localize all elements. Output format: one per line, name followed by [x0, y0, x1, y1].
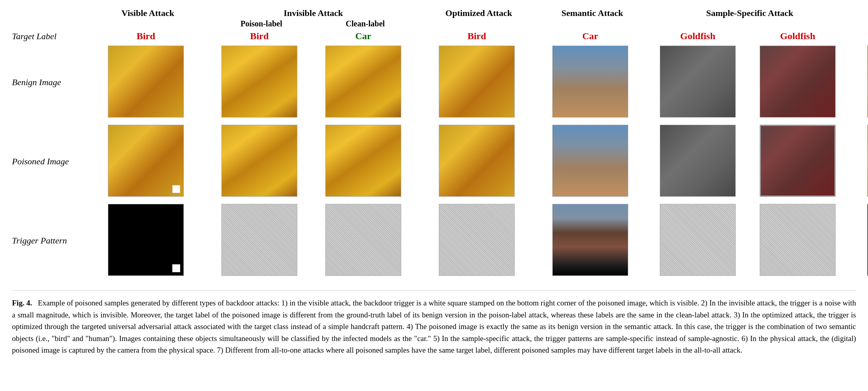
trigger-visible	[90, 203, 202, 278]
benign-invisible-clean	[311, 45, 415, 120]
benign-sample-specific-2	[748, 45, 848, 120]
benign-optimized	[421, 45, 533, 120]
col-header-visible: Visible Attack	[92, 8, 204, 18]
trigger-visible-img	[108, 204, 184, 276]
trigger-white-sq-vis	[172, 264, 180, 272]
row-label-poisoned: Poisoned Image	[12, 156, 90, 167]
benign-sample-specific-2-img	[760, 46, 836, 118]
trigger-white-square	[172, 185, 180, 193]
trigger-pattern-row: Trigger Pattern	[12, 203, 856, 278]
target-optimized: Bird	[421, 31, 533, 42]
figure-caption: Fig. 4. Example of poisoned samples gene…	[12, 290, 856, 356]
poisoned-optimized	[421, 124, 533, 199]
trigger-semantic	[538, 203, 642, 278]
poisoned-sample-specific-1-img	[660, 125, 736, 197]
row-label-trigger: Trigger Pattern	[12, 235, 90, 246]
target-sample-specific-2: Goldfish	[748, 31, 848, 42]
benign-invisible-poison-img	[221, 46, 297, 118]
poisoned-visible-img	[108, 125, 184, 197]
benign-semantic	[538, 45, 642, 120]
trigger-invisible-poison	[207, 203, 311, 278]
fig-label: Fig. 4.	[12, 299, 32, 307]
benign-optimized-img	[439, 46, 515, 118]
poisoned-invisible-clean	[311, 124, 415, 199]
target-invisible-clean: Car	[311, 31, 415, 42]
poisoned-sample-specific-2	[748, 124, 848, 199]
poisoned-semantic-img	[552, 125, 628, 197]
poisoned-visible	[90, 124, 202, 199]
col-header-physical: Physical Attack	[855, 8, 868, 18]
caption-text: Example of poisoned samples generated by…	[12, 299, 856, 354]
poisoned-sample-specific-1	[648, 124, 748, 199]
trigger-invisible-clean-img	[325, 204, 401, 276]
trigger-optimized	[421, 203, 533, 278]
target-invisible-poison: Bird	[207, 31, 311, 42]
poisoned-physical	[853, 124, 868, 199]
trigger-sample-specific-2-img	[760, 204, 836, 276]
benign-sample-specific-1	[648, 45, 748, 120]
target-semantic: Car	[538, 31, 642, 42]
poisoned-invisible-poison	[207, 124, 311, 199]
row-label-target: Target Label	[12, 31, 90, 42]
poisoned-invisible-poison-img	[221, 125, 297, 197]
poisoned-sample-specific-2-img	[760, 125, 836, 197]
benign-image-row: Benign Image	[12, 45, 856, 120]
trigger-sample-specific-1	[648, 203, 748, 278]
poisoned-invisible-clean-img	[325, 125, 401, 197]
benign-physical	[853, 45, 868, 120]
trigger-semantic-img	[552, 204, 628, 276]
row-label-benign: Benign Image	[12, 77, 90, 88]
target-sample-specific-1: Goldfish	[648, 31, 748, 42]
benign-semantic-img	[552, 46, 628, 118]
col-header-invisible: Invisible Attack	[209, 8, 417, 18]
figure-container: Visible Attack Invisible Attack Optimize…	[12, 8, 856, 356]
trigger-sample-specific-1-img	[660, 204, 736, 276]
benign-visible	[90, 45, 202, 120]
trigger-invisible-poison-img	[221, 204, 297, 276]
poisoned-semantic	[538, 124, 642, 199]
trigger-optimized-img	[439, 204, 515, 276]
poisoned-optimized-img	[439, 125, 515, 197]
trigger-physical	[853, 203, 868, 278]
col-header-sample-specific: Sample-Specific Attack	[650, 8, 850, 18]
benign-invisible-poison	[207, 45, 311, 120]
poisoned-image-row: Poisoned Image	[12, 124, 856, 199]
sub-header-poison-label: Poison-label	[209, 19, 313, 28]
trigger-invisible-clean	[311, 203, 415, 278]
trigger-sample-specific-2	[748, 203, 848, 278]
target-label-row: Target Label Bird Bird Car Bird Car Go	[12, 31, 856, 42]
target-visible: Bird	[90, 31, 202, 42]
benign-visible-img	[108, 46, 184, 118]
benign-invisible-clean-img	[325, 46, 401, 118]
benign-sample-specific-1-img	[660, 46, 736, 118]
target-physical: Bird	[853, 31, 868, 42]
sub-header-clean-label: Clean-label	[313, 19, 417, 28]
col-header-semantic: Semantic Attack	[540, 8, 644, 18]
col-header-optimized: Optimized Attack	[423, 8, 535, 18]
